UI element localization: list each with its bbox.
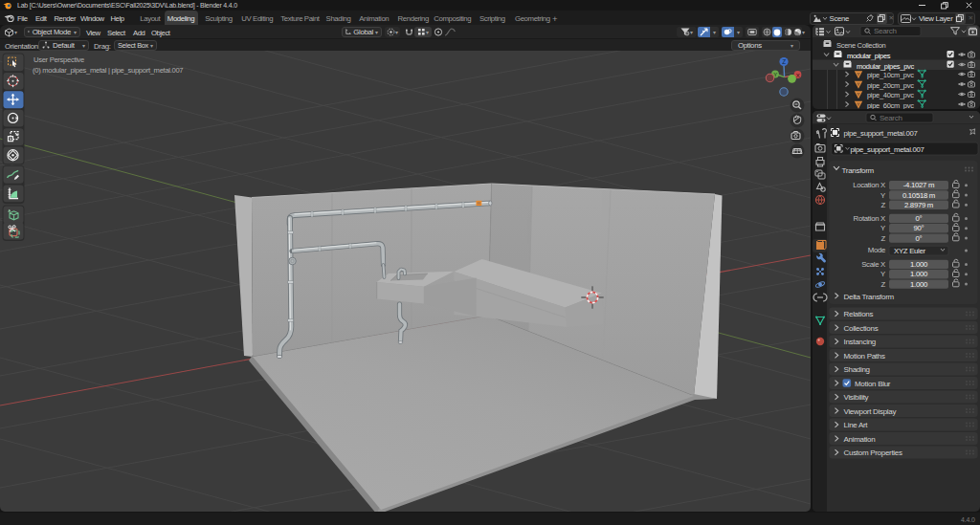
- svg-text:pipe_support_metal.007: pipe_support_metal.007: [844, 129, 918, 138]
- svg-text:pipe_support_metal.007: pipe_support_metal.007: [851, 145, 924, 154]
- svg-text:Line Art: Line Art: [844, 421, 869, 429]
- svg-text:Shading: Shading: [844, 365, 870, 374]
- svg-text:pipe_10cm_pvc: pipe_10cm_pvc: [867, 71, 914, 79]
- svg-text:2.8979 m: 2.8979 m: [904, 201, 933, 209]
- svg-text:Animation: Animation: [844, 435, 876, 444]
- svg-text:-4.1027 m: -4.1027 m: [903, 181, 934, 189]
- svg-text:0.10518 m: 0.10518 m: [902, 191, 935, 200]
- svg-text:Location X: Location X: [853, 181, 886, 189]
- svg-text:Search: Search: [874, 27, 897, 35]
- svg-text:0°: 0°: [916, 234, 923, 243]
- svg-text:Search: Search: [880, 114, 902, 122]
- svg-text:Z: Z: [881, 234, 886, 243]
- svg-text:Custom Properties: Custom Properties: [844, 448, 902, 457]
- svg-text:X: X: [796, 73, 800, 78]
- svg-text:Rotation X: Rotation X: [854, 214, 887, 223]
- svg-text:Z: Z: [881, 201, 886, 209]
- svg-text:pipe_40cm_pvc: pipe_40cm_pvc: [867, 91, 914, 99]
- svg-text:Motion Paths: Motion Paths: [844, 352, 885, 361]
- svg-text:User Perspective: User Perspective: [33, 55, 84, 64]
- svg-text:Scale X: Scale X: [861, 260, 886, 269]
- svg-text:modular_pipes: modular_pipes: [847, 52, 891, 60]
- svg-text:Scene Collection: Scene Collection: [836, 41, 886, 50]
- svg-text:1.000: 1.000: [910, 260, 928, 269]
- svg-text:Visibility: Visibility: [844, 393, 869, 402]
- svg-text:1.000: 1.000: [910, 270, 928, 278]
- svg-text:Viewport Display: Viewport Display: [844, 407, 897, 416]
- svg-text:0°: 0°: [916, 214, 923, 223]
- svg-text:pipe_60cm_pvc: pipe_60cm_pvc: [867, 101, 914, 109]
- svg-text:Instancing: Instancing: [844, 338, 876, 346]
- svg-text:Z: Z: [881, 280, 886, 289]
- svg-text:Mode: Mode: [868, 246, 885, 254]
- svg-text:pipe_20cm_pvc: pipe_20cm_pvc: [867, 81, 914, 90]
- svg-text:Z: Z: [782, 58, 786, 65]
- svg-text:Collections: Collections: [844, 324, 879, 333]
- svg-text:modular_pipes_pvc: modular_pipes_pvc: [857, 62, 914, 71]
- svg-text:Transform: Transform: [842, 166, 875, 175]
- svg-text:(0) modular_pipes_metal | pipe: (0) modular_pipes_metal | pipe_support_m…: [33, 66, 183, 75]
- svg-text:90°: 90°: [914, 224, 924, 232]
- svg-text:Delta Transform: Delta Transform: [844, 293, 895, 301]
- svg-text:1.000: 1.000: [910, 280, 928, 289]
- svg-text:Relations: Relations: [844, 310, 874, 318]
- svg-text:XYZ Euler: XYZ Euler: [894, 247, 926, 255]
- svg-text:Motion Blur: Motion Blur: [855, 380, 891, 388]
